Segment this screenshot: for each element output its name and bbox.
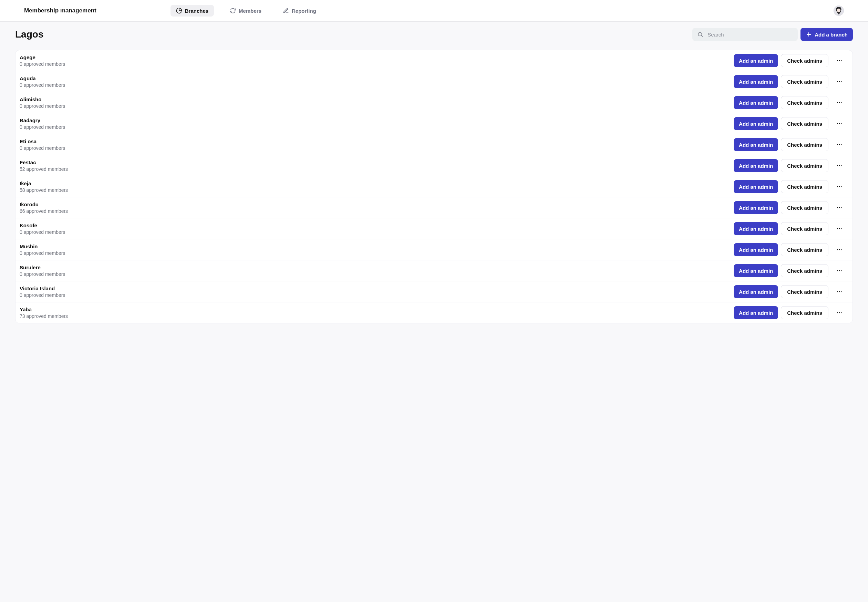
row-actions: Add an adminCheck admins <box>734 201 845 214</box>
more-actions-button[interactable] <box>834 265 845 276</box>
svg-point-35 <box>841 249 842 250</box>
svg-point-44 <box>841 312 842 313</box>
nav-reporting[interactable]: Reporting <box>277 5 322 17</box>
svg-point-18 <box>837 144 838 145</box>
add-admin-button[interactable]: Add an admin <box>734 264 778 277</box>
svg-point-24 <box>837 186 838 187</box>
branch-name: Eti osa <box>20 138 65 144</box>
check-admins-button[interactable]: Check admins <box>781 54 828 67</box>
nav-reporting-label: Reporting <box>292 8 316 14</box>
top-nav: Branches Members Reporting <box>171 5 322 17</box>
svg-point-19 <box>839 144 840 145</box>
row-actions: Add an adminCheck admins <box>734 180 845 193</box>
row-actions: Add an adminCheck admins <box>734 222 845 235</box>
branch-subtext: 66 approved members <box>20 208 68 214</box>
search-icon <box>697 31 704 38</box>
more-actions-button[interactable] <box>834 223 845 234</box>
check-admins-button[interactable]: Check admins <box>781 138 828 151</box>
add-admin-button[interactable]: Add an admin <box>734 222 778 235</box>
add-admin-button[interactable]: Add an admin <box>734 243 778 256</box>
topbar-right <box>834 6 844 16</box>
more-actions-button[interactable] <box>834 181 845 192</box>
nav-members[interactable]: Members <box>224 5 267 17</box>
branch-info: Agege0 approved members <box>20 54 65 67</box>
svg-point-36 <box>837 270 838 271</box>
svg-point-17 <box>841 123 842 124</box>
branch-name: Surulere <box>20 264 65 270</box>
svg-point-10 <box>839 81 840 82</box>
check-admins-button[interactable]: Check admins <box>781 96 828 109</box>
add-admin-button[interactable]: Add an admin <box>734 285 778 298</box>
svg-point-33 <box>837 249 838 250</box>
add-admin-button[interactable]: Add an admin <box>734 75 778 88</box>
more-horizontal-icon <box>836 204 842 211</box>
branch-name: Ikorodu <box>20 201 68 207</box>
row-actions: Add an adminCheck admins <box>734 306 845 319</box>
row-actions: Add an adminCheck admins <box>734 285 845 298</box>
check-admins-button[interactable]: Check admins <box>781 75 828 88</box>
add-admin-button[interactable]: Add an admin <box>734 306 778 319</box>
more-horizontal-icon <box>836 184 842 190</box>
svg-point-22 <box>839 165 840 166</box>
search-box[interactable] <box>692 28 798 41</box>
row-actions: Add an adminCheck admins <box>734 159 845 172</box>
branch-row: Ikeja58 approved membersAdd an adminChec… <box>15 176 853 197</box>
branch-subtext: 52 approved members <box>20 166 68 172</box>
branch-subtext: 0 approved members <box>20 229 65 235</box>
check-admins-button[interactable]: Check admins <box>781 222 828 235</box>
more-horizontal-icon <box>836 289 842 295</box>
svg-point-13 <box>839 102 840 103</box>
branch-info: Eti osa0 approved members <box>20 138 65 151</box>
more-actions-button[interactable] <box>834 139 845 150</box>
more-actions-button[interactable] <box>834 76 845 87</box>
svg-point-2 <box>698 32 702 36</box>
search-input[interactable] <box>707 32 793 38</box>
check-admins-button[interactable]: Check admins <box>781 180 828 193</box>
add-admin-button[interactable]: Add an admin <box>734 117 778 130</box>
branch-subtext: 0 approved members <box>20 82 65 88</box>
add-admin-button[interactable]: Add an admin <box>734 96 778 109</box>
more-actions-button[interactable] <box>834 244 845 255</box>
branch-list: Agege0 approved membersAdd an adminCheck… <box>15 50 853 323</box>
row-actions: Add an adminCheck admins <box>734 264 845 277</box>
add-admin-button[interactable]: Add an admin <box>734 54 778 67</box>
row-actions: Add an adminCheck admins <box>734 243 845 256</box>
add-admin-button[interactable]: Add an admin <box>734 180 778 193</box>
check-admins-button[interactable]: Check admins <box>781 285 828 298</box>
more-actions-button[interactable] <box>834 118 845 129</box>
more-horizontal-icon <box>836 100 842 106</box>
add-admin-button[interactable]: Add an admin <box>734 201 778 214</box>
branch-name: Victoria Island <box>20 286 65 291</box>
svg-point-21 <box>837 165 838 166</box>
add-admin-button[interactable]: Add an admin <box>734 159 778 172</box>
pencil-icon <box>283 8 289 14</box>
check-admins-button[interactable]: Check admins <box>781 243 828 256</box>
check-admins-button[interactable]: Check admins <box>781 159 828 172</box>
check-admins-button[interactable]: Check admins <box>781 201 828 214</box>
check-admins-button[interactable]: Check admins <box>781 264 828 277</box>
more-actions-button[interactable] <box>834 97 845 108</box>
more-actions-button[interactable] <box>834 307 845 318</box>
refresh-icon <box>230 8 236 14</box>
branch-row: Alimisho0 approved membersAdd an adminCh… <box>15 92 853 113</box>
check-admins-button[interactable]: Check admins <box>781 306 828 319</box>
more-horizontal-icon <box>836 78 842 85</box>
branch-row: Mushin0 approved membersAdd an adminChec… <box>15 239 853 260</box>
page-header: Lagos Add a branch <box>15 28 853 41</box>
add-branch-button[interactable]: Add a branch <box>800 28 853 41</box>
svg-point-7 <box>839 60 840 61</box>
nav-branches-label: Branches <box>185 8 208 14</box>
branch-info: Ikeja58 approved members <box>20 180 68 193</box>
check-admins-button[interactable]: Check admins <box>781 117 828 130</box>
add-admin-button[interactable]: Add an admin <box>734 138 778 151</box>
branch-name: Mushin <box>20 244 65 249</box>
nav-branches[interactable]: Branches <box>171 5 214 17</box>
branch-name: Festac <box>20 160 68 165</box>
svg-point-39 <box>837 291 838 292</box>
more-actions-button[interactable] <box>834 55 845 66</box>
more-actions-button[interactable] <box>834 286 845 297</box>
more-actions-button[interactable] <box>834 160 845 171</box>
svg-point-41 <box>841 291 842 292</box>
more-actions-button[interactable] <box>834 202 845 213</box>
avatar[interactable] <box>834 6 844 16</box>
